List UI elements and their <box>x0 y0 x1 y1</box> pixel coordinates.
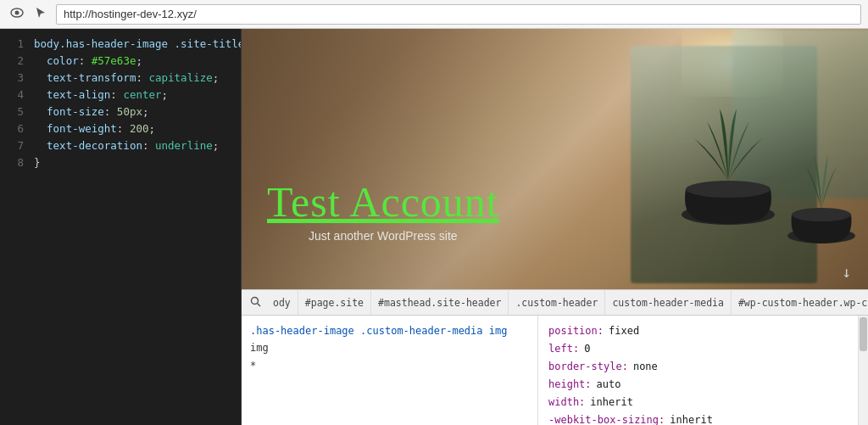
tab-page-site[interactable]: #page.site <box>298 290 371 315</box>
prop-width: width: inherit <box>548 394 848 411</box>
toolbar-icons <box>7 4 51 25</box>
code-line-4: 4 text-align: center; <box>0 87 241 103</box>
url-input[interactable] <box>56 4 861 25</box>
inspector-panel: ody #page.site #masthead.site-header .cu… <box>242 289 868 425</box>
scrollbar-track[interactable] <box>858 316 868 425</box>
properties-panel: position: fixed left: 0 border-style: no… <box>538 316 858 425</box>
site-preview: Test Account Just another WordPress site… <box>242 29 868 289</box>
scroll-arrow[interactable]: ↓ <box>842 263 851 281</box>
main-content: 1 body.has-header-image .site-title a { … <box>0 29 868 425</box>
inspector-body: .has-header-image .custom-header-media i… <box>242 316 868 425</box>
code-line-5: 5 font-size: 50px; <box>0 103 241 120</box>
overlay-gradient <box>242 29 868 289</box>
tab-masthead[interactable]: #masthead.site-header <box>371 290 509 315</box>
code-line-2: 2 color: #57e63e; <box>0 53 241 70</box>
selector-line-3: * <box>250 357 529 374</box>
selector-line-1: .has-header-image .custom-header-media i… <box>250 322 529 339</box>
inspector-tabs: ody #page.site #masthead.site-header .cu… <box>242 290 868 316</box>
tab-body[interactable]: ody <box>266 290 298 315</box>
tab-wp-custom-header[interactable]: #wp-custom-header.wp-custom-header <box>732 290 868 315</box>
code-line-1: 1 body.has-header-image .site-title a { <box>0 36 241 53</box>
prop-position: position: fixed <box>548 322 848 340</box>
prop-left: left: 0 <box>548 340 848 358</box>
code-line-7: 7 text-decoration: underline; <box>0 137 241 154</box>
tab-custom-header-media[interactable]: custom-header-media <box>605 290 732 315</box>
pointer-button[interactable] <box>31 4 51 25</box>
code-panel: 1 body.has-header-image .site-title a { … <box>0 29 242 425</box>
svg-point-1 <box>15 10 19 14</box>
tab-custom-header[interactable]: .custom-header <box>509 290 605 315</box>
eye-button[interactable] <box>7 4 27 25</box>
svg-marker-2 <box>36 8 45 18</box>
selector-panel: .has-header-image .custom-header-media i… <box>242 316 538 425</box>
scrollbar-thumb[interactable] <box>860 317 867 351</box>
selector-line-2: img <box>250 339 529 356</box>
top-bar <box>0 0 868 29</box>
prop-webkit-box-sizing: -webkit-box-sizing: inherit <box>548 411 848 425</box>
code-line-8: 8 } <box>0 154 241 171</box>
preview-panel: Test Account Just another WordPress site… <box>242 29 868 425</box>
prop-border-style: border-style: none <box>548 358 848 376</box>
svg-point-7 <box>252 297 259 304</box>
svg-line-8 <box>258 303 261 306</box>
prop-height: height: auto <box>548 376 848 394</box>
site-text-overlay: Test Account Just another WordPress site <box>267 179 499 243</box>
code-line-6: 6 font-weight: 200; <box>0 120 241 137</box>
site-title: Test Account <box>267 179 499 226</box>
search-icon[interactable] <box>245 293 266 313</box>
site-subtitle: Just another WordPress site <box>267 229 499 243</box>
code-line-3: 3 text-transform: capitalize; <box>0 70 241 87</box>
